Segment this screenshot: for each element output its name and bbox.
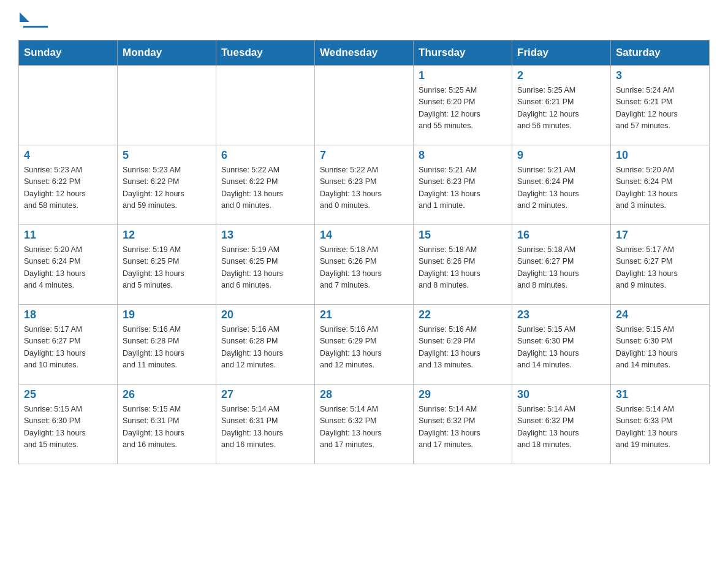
day-number: 11 bbox=[24, 229, 112, 242]
calendar-cell: 23Sunrise: 5:15 AM Sunset: 6:30 PM Dayli… bbox=[512, 305, 611, 385]
day-info: Sunrise: 5:18 AM Sunset: 6:27 PM Dayligh… bbox=[517, 244, 605, 292]
day-info: Sunrise: 5:21 AM Sunset: 6:23 PM Dayligh… bbox=[419, 164, 507, 212]
day-info: Sunrise: 5:19 AM Sunset: 6:25 PM Dayligh… bbox=[221, 244, 309, 292]
day-number: 20 bbox=[221, 308, 309, 321]
day-info: Sunrise: 5:25 AM Sunset: 6:21 PM Dayligh… bbox=[517, 85, 605, 132]
day-number: 31 bbox=[616, 388, 704, 401]
day-info: Sunrise: 5:23 AM Sunset: 6:22 PM Dayligh… bbox=[24, 164, 112, 212]
day-number: 5 bbox=[123, 149, 211, 162]
calendar-cell bbox=[118, 66, 216, 145]
day-number: 28 bbox=[320, 388, 408, 401]
day-info: Sunrise: 5:21 AM Sunset: 6:24 PM Dayligh… bbox=[517, 164, 605, 212]
calendar-cell: 29Sunrise: 5:14 AM Sunset: 6:32 PM Dayli… bbox=[414, 385, 512, 464]
calendar-week-row: 25Sunrise: 5:15 AM Sunset: 6:30 PM Dayli… bbox=[19, 385, 710, 464]
day-number: 21 bbox=[320, 308, 408, 321]
calendar-week-row: 1Sunrise: 5:25 AM Sunset: 6:20 PM Daylig… bbox=[19, 66, 710, 145]
calendar-cell: 24Sunrise: 5:15 AM Sunset: 6:30 PM Dayli… bbox=[611, 305, 710, 385]
calendar-week-row: 4Sunrise: 5:23 AM Sunset: 6:22 PM Daylig… bbox=[19, 145, 710, 225]
day-info: Sunrise: 5:14 AM Sunset: 6:32 PM Dayligh… bbox=[419, 404, 507, 451]
calendar-cell: 12Sunrise: 5:19 AM Sunset: 6:25 PM Dayli… bbox=[118, 225, 216, 305]
day-info: Sunrise: 5:17 AM Sunset: 6:27 PM Dayligh… bbox=[24, 324, 112, 372]
day-number: 7 bbox=[320, 149, 408, 162]
day-info: Sunrise: 5:14 AM Sunset: 6:33 PM Dayligh… bbox=[616, 404, 704, 451]
day-number: 30 bbox=[517, 388, 605, 401]
logo bbox=[18, 12, 50, 28]
day-info: Sunrise: 5:15 AM Sunset: 6:30 PM Dayligh… bbox=[24, 404, 112, 451]
day-info: Sunrise: 5:18 AM Sunset: 6:26 PM Dayligh… bbox=[320, 244, 408, 292]
calendar-cell bbox=[216, 66, 315, 145]
calendar-cell: 14Sunrise: 5:18 AM Sunset: 6:26 PM Dayli… bbox=[315, 225, 414, 305]
day-info: Sunrise: 5:16 AM Sunset: 6:28 PM Dayligh… bbox=[221, 324, 309, 372]
calendar-cell: 5Sunrise: 5:23 AM Sunset: 6:22 PM Daylig… bbox=[118, 145, 216, 225]
calendar-cell: 26Sunrise: 5:15 AM Sunset: 6:31 PM Dayli… bbox=[118, 385, 216, 464]
calendar-cell: 27Sunrise: 5:14 AM Sunset: 6:31 PM Dayli… bbox=[216, 385, 315, 464]
day-number: 15 bbox=[419, 229, 507, 242]
day-number: 25 bbox=[24, 388, 112, 401]
day-number: 13 bbox=[221, 229, 309, 242]
day-info: Sunrise: 5:15 AM Sunset: 6:30 PM Dayligh… bbox=[616, 324, 704, 372]
day-number: 17 bbox=[616, 229, 704, 242]
calendar-table: SundayMondayTuesdayWednesdayThursdayFrid… bbox=[18, 40, 710, 464]
calendar-week-row: 18Sunrise: 5:17 AM Sunset: 6:27 PM Dayli… bbox=[19, 305, 710, 385]
calendar-col-tuesday: Tuesday bbox=[216, 40, 315, 66]
day-number: 8 bbox=[419, 149, 507, 162]
calendar-cell: 7Sunrise: 5:22 AM Sunset: 6:23 PM Daylig… bbox=[315, 145, 414, 225]
calendar-cell: 20Sunrise: 5:16 AM Sunset: 6:28 PM Dayli… bbox=[216, 305, 315, 385]
day-number: 12 bbox=[123, 229, 211, 242]
day-number: 24 bbox=[616, 308, 704, 321]
calendar-cell: 6Sunrise: 5:22 AM Sunset: 6:22 PM Daylig… bbox=[216, 145, 315, 225]
day-number: 4 bbox=[24, 149, 112, 162]
calendar-cell: 22Sunrise: 5:16 AM Sunset: 6:29 PM Dayli… bbox=[414, 305, 512, 385]
day-info: Sunrise: 5:22 AM Sunset: 6:23 PM Dayligh… bbox=[320, 164, 408, 212]
calendar-col-monday: Monday bbox=[118, 40, 216, 66]
calendar-cell: 13Sunrise: 5:19 AM Sunset: 6:25 PM Dayli… bbox=[216, 225, 315, 305]
day-number: 1 bbox=[419, 69, 507, 82]
calendar-cell: 16Sunrise: 5:18 AM Sunset: 6:27 PM Dayli… bbox=[512, 225, 611, 305]
day-number: 2 bbox=[517, 69, 605, 82]
day-info: Sunrise: 5:17 AM Sunset: 6:27 PM Dayligh… bbox=[616, 244, 704, 292]
day-number: 19 bbox=[123, 308, 211, 321]
calendar-cell: 17Sunrise: 5:17 AM Sunset: 6:27 PM Dayli… bbox=[611, 225, 710, 305]
day-info: Sunrise: 5:22 AM Sunset: 6:22 PM Dayligh… bbox=[221, 164, 309, 212]
calendar-col-wednesday: Wednesday bbox=[315, 40, 414, 66]
calendar-cell: 8Sunrise: 5:21 AM Sunset: 6:23 PM Daylig… bbox=[414, 145, 512, 225]
day-info: Sunrise: 5:18 AM Sunset: 6:26 PM Dayligh… bbox=[419, 244, 507, 292]
calendar-cell: 3Sunrise: 5:24 AM Sunset: 6:21 PM Daylig… bbox=[611, 66, 710, 145]
day-number: 6 bbox=[221, 149, 309, 162]
day-number: 9 bbox=[517, 149, 605, 162]
calendar-cell: 9Sunrise: 5:21 AM Sunset: 6:24 PM Daylig… bbox=[512, 145, 611, 225]
calendar-cell: 28Sunrise: 5:14 AM Sunset: 6:32 PM Dayli… bbox=[315, 385, 414, 464]
calendar-cell: 21Sunrise: 5:16 AM Sunset: 6:29 PM Dayli… bbox=[315, 305, 414, 385]
logo-line-left bbox=[23, 26, 48, 28]
calendar-cell: 25Sunrise: 5:15 AM Sunset: 6:30 PM Dayli… bbox=[19, 385, 118, 464]
day-info: Sunrise: 5:23 AM Sunset: 6:22 PM Dayligh… bbox=[123, 164, 211, 212]
calendar-cell: 4Sunrise: 5:23 AM Sunset: 6:22 PM Daylig… bbox=[19, 145, 118, 225]
day-number: 14 bbox=[320, 229, 408, 242]
calendar-col-saturday: Saturday bbox=[611, 40, 710, 66]
calendar-col-friday: Friday bbox=[512, 40, 611, 66]
day-info: Sunrise: 5:16 AM Sunset: 6:28 PM Dayligh… bbox=[123, 324, 211, 372]
page-header bbox=[18, 12, 710, 28]
day-info: Sunrise: 5:15 AM Sunset: 6:31 PM Dayligh… bbox=[123, 404, 211, 451]
day-number: 10 bbox=[616, 149, 704, 162]
day-info: Sunrise: 5:16 AM Sunset: 6:29 PM Dayligh… bbox=[320, 324, 408, 372]
calendar-cell: 18Sunrise: 5:17 AM Sunset: 6:27 PM Dayli… bbox=[19, 305, 118, 385]
calendar-cell: 30Sunrise: 5:14 AM Sunset: 6:32 PM Dayli… bbox=[512, 385, 611, 464]
day-number: 16 bbox=[517, 229, 605, 242]
calendar-cell bbox=[315, 66, 414, 145]
calendar-cell: 15Sunrise: 5:18 AM Sunset: 6:26 PM Dayli… bbox=[414, 225, 512, 305]
calendar-week-row: 11Sunrise: 5:20 AM Sunset: 6:24 PM Dayli… bbox=[19, 225, 710, 305]
calendar-cell: 1Sunrise: 5:25 AM Sunset: 6:20 PM Daylig… bbox=[414, 66, 512, 145]
calendar-header-row: SundayMondayTuesdayWednesdayThursdayFrid… bbox=[19, 40, 710, 66]
day-number: 22 bbox=[419, 308, 507, 321]
day-info: Sunrise: 5:24 AM Sunset: 6:21 PM Dayligh… bbox=[616, 85, 704, 132]
day-number: 26 bbox=[123, 388, 211, 401]
day-info: Sunrise: 5:20 AM Sunset: 6:24 PM Dayligh… bbox=[616, 164, 704, 212]
day-number: 23 bbox=[517, 308, 605, 321]
logo-arrow-icon bbox=[20, 12, 29, 22]
day-info: Sunrise: 5:15 AM Sunset: 6:30 PM Dayligh… bbox=[517, 324, 605, 372]
calendar-cell: 19Sunrise: 5:16 AM Sunset: 6:28 PM Dayli… bbox=[118, 305, 216, 385]
calendar-cell: 10Sunrise: 5:20 AM Sunset: 6:24 PM Dayli… bbox=[611, 145, 710, 225]
day-info: Sunrise: 5:14 AM Sunset: 6:32 PM Dayligh… bbox=[320, 404, 408, 451]
day-number: 29 bbox=[419, 388, 507, 401]
